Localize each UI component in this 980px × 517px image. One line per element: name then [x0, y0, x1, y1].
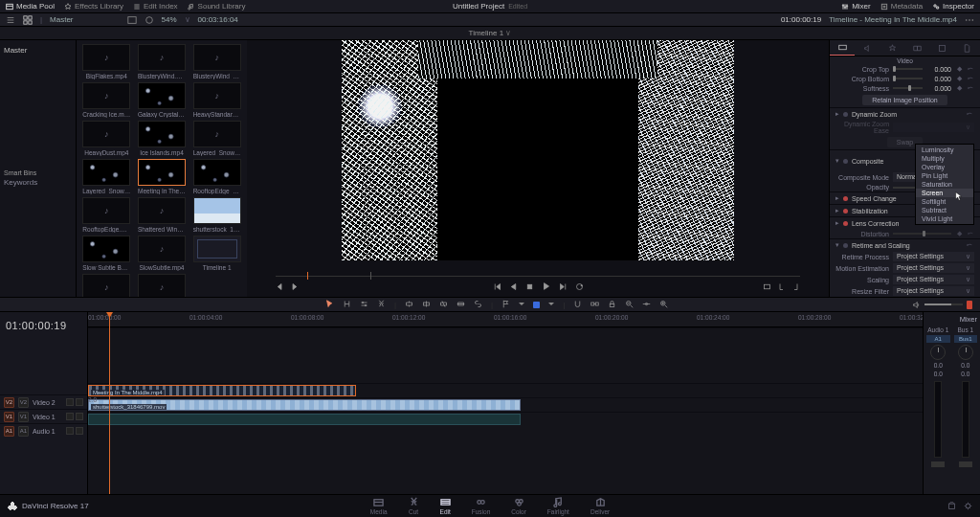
track-auto-icon[interactable]	[76, 398, 83, 406]
clip-thumb[interactable]: ♪Cracking Ice.mp4	[80, 82, 133, 118]
page-cut[interactable]: Cut	[409, 497, 419, 515]
replace-clip-icon[interactable]	[439, 300, 448, 310]
pan-knob[interactable]	[930, 345, 946, 360]
fit-to-fill-icon[interactable]	[457, 300, 465, 310]
lane-v2[interactable]: Meeting In The Middle.mp4	[88, 383, 923, 397]
play-reverse-icon[interactable]	[509, 282, 518, 291]
track-header-v1[interactable]: V1V1Video 1	[0, 409, 87, 423]
section-dynamic-zoom[interactable]: ▸ Dynamic Zoom ⤺	[830, 107, 980, 120]
track-lock-icon[interactable]	[66, 427, 74, 435]
inspector-tab-transition[interactable]	[905, 40, 930, 56]
page-edit[interactable]: Edit	[440, 497, 451, 515]
slider-softness[interactable]	[893, 87, 923, 89]
tab-inspector[interactable]: Inspector	[932, 2, 974, 11]
tab-metadata[interactable]: Metadata	[880, 2, 923, 11]
fit-icon[interactable]	[127, 15, 137, 25]
clip-thumb[interactable]: Layered_Snow_2.mp4	[80, 159, 133, 194]
reset-icon[interactable]: ⤺	[967, 75, 974, 82]
clip-thumb[interactable]: ♪HeavyStandard.mp4	[190, 82, 243, 118]
inspector-tab-audio[interactable]	[855, 40, 880, 56]
keyframe-icon[interactable]: ◆	[955, 84, 963, 92]
clip-thumb[interactable]: ♪BlusteryWind.mp4	[136, 44, 189, 79]
master-bin[interactable]: Master	[4, 46, 72, 55]
reset-icon[interactable]: ⤺	[967, 65, 974, 73]
distortion-slider[interactable]	[893, 233, 951, 235]
clip-v1[interactable]: shutterstock_31846799.mov	[88, 399, 521, 411]
selection-tool-icon[interactable]	[325, 300, 334, 310]
tab-edit-index[interactable]: Edit Index	[133, 2, 178, 11]
project-settings-icon[interactable]	[964, 502, 972, 510]
clip-v2[interactable]: Meeting In The Middle.mp4	[88, 385, 356, 396]
dropdown-scaling[interactable]: Project Settings∨	[893, 275, 974, 284]
smart-bin-keywords[interactable]: Keywords	[4, 178, 72, 187]
clip-thumb[interactable]: Ice Islands.mp4	[136, 121, 189, 156]
dropdown-retime-process[interactable]: Project Settings∨	[893, 252, 974, 261]
flag-icon[interactable]	[501, 300, 510, 310]
zoom-out-icon[interactable]	[625, 300, 634, 310]
clip-thumb[interactable]: ♪WindySubtle_2.mp4	[136, 274, 189, 297]
smart-bins-header[interactable]: Smart Bins	[4, 169, 72, 176]
list-view-icon[interactable]	[6, 15, 15, 25]
clip-thumb[interactable]: ♪Layered_Snow.mp4	[190, 121, 243, 156]
inspector-tab-image[interactable]	[930, 40, 955, 56]
track-header-v2[interactable]: V2V2Video 2	[0, 394, 87, 409]
stop-icon[interactable]	[525, 282, 534, 291]
marker-color-swatch[interactable]	[533, 302, 540, 308]
dest-patch[interactable]: A1	[18, 426, 29, 437]
next-edit-icon[interactable]	[290, 282, 299, 291]
page-fusion[interactable]: Fusion	[472, 497, 491, 515]
track-auto-icon[interactable]	[76, 427, 83, 435]
inspector-tab-video[interactable]	[830, 40, 855, 56]
blend-option-pin-light[interactable]: Pin Light	[916, 171, 973, 180]
blade-tool-icon[interactable]	[377, 300, 386, 310]
mixer-channel-a1[interactable]: Audio 1A10.00.0	[926, 326, 950, 467]
blend-option-luminosity[interactable]: Luminosity	[916, 146, 973, 154]
clip-thumb[interactable]: Galaxy Crystals.mp4	[136, 82, 189, 118]
trim-tool-icon[interactable]	[343, 300, 351, 310]
tab-mixer[interactable]: Mixer	[841, 2, 871, 11]
project-manager-icon[interactable]	[947, 502, 956, 510]
timeline-ruler[interactable]: 01:00:00:0001:00:04:0001:00:08:0001:00:1…	[88, 312, 923, 327]
blend-option-subtract[interactable]: Subtract	[916, 206, 973, 214]
track-header-a1[interactable]: A1A1Audio 1	[0, 423, 87, 438]
clip-thumb[interactable]: RooftopEdge_1.mp4	[190, 159, 243, 194]
pan-knob[interactable]	[958, 345, 973, 360]
keyframe-icon[interactable]: ◆	[955, 65, 963, 73]
view-options-icon[interactable]	[145, 15, 154, 25]
dynamic-trim-icon[interactable]	[360, 300, 368, 310]
track-lock-icon[interactable]	[66, 413, 74, 420]
fader[interactable]	[931, 461, 945, 467]
track-lock-icon[interactable]	[66, 398, 74, 406]
timeline-name[interactable]: Timeline 1 ∨	[469, 29, 512, 37]
tab-media-pool[interactable]: Media Pool	[6, 2, 55, 11]
loop-icon[interactable]	[575, 282, 584, 291]
clip-thumb[interactable]: ♪WindySubtle.mp4	[80, 274, 133, 297]
clip-a1[interactable]	[88, 414, 521, 425]
viewer-canvas[interactable]	[247, 40, 829, 270]
last-frame-icon[interactable]	[559, 282, 568, 291]
playhead[interactable]	[109, 312, 110, 494]
clip-thumb[interactable]: shutterstock_10646...	[190, 197, 243, 233]
bin-crumb[interactable]: Master	[50, 15, 73, 24]
reset-icon[interactable]: ⤺	[967, 84, 974, 92]
linked-selection-icon[interactable]	[590, 300, 599, 310]
track-auto-icon[interactable]	[76, 413, 83, 420]
blend-option-screen[interactable]: Screen	[916, 189, 973, 197]
blend-option-vivid-light[interactable]: Vivid Light	[916, 214, 973, 223]
retain-image-position-button[interactable]: Retain Image Position	[862, 95, 947, 105]
blend-option-saturation[interactable]: Saturation	[916, 180, 973, 189]
clip-thumb[interactable]: ♪BigFlakes.mp4	[80, 44, 133, 79]
blend-option-overlay[interactable]: Overlay	[916, 163, 973, 171]
page-color[interactable]: Color	[511, 497, 526, 515]
source-patch[interactable]: A1	[4, 426, 14, 437]
inspector-tab-effects[interactable]	[880, 40, 904, 56]
tab-effects-library[interactable]: Effects Library	[64, 2, 123, 11]
mark-out-icon[interactable]	[791, 282, 800, 291]
keyframe-icon[interactable]: ◆	[955, 75, 963, 82]
mixer-channel-bus1[interactable]: Bus 1Bus10.00.0	[954, 326, 978, 467]
clip-thumb[interactable]: ♪HeavyDust.mp4	[80, 121, 133, 156]
timeline-body[interactable]: 01:00:00:0001:00:04:0001:00:08:0001:00:1…	[88, 312, 923, 494]
zoom-slider-icon[interactable]	[642, 300, 651, 310]
viewer-menu-icon[interactable]	[965, 15, 974, 25]
dropdown-motion-estimation[interactable]: Project Settings∨	[893, 263, 974, 273]
